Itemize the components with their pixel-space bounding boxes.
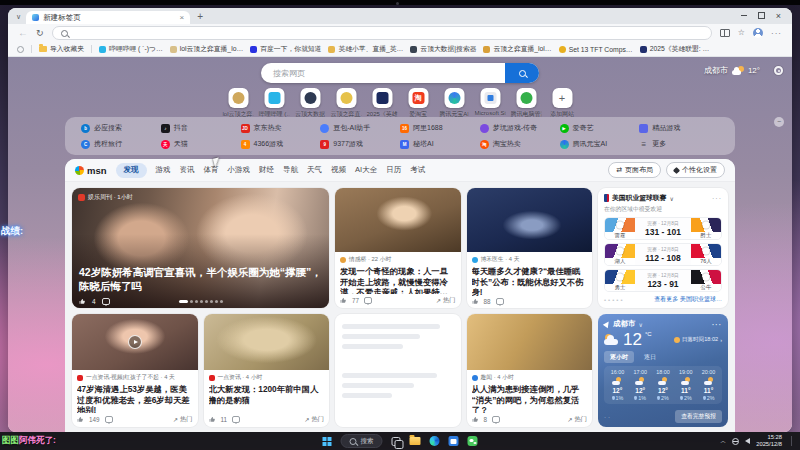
- news-card[interactable]: 趣闻 · 4 小时 从人满为患到接连倒闭，几乎“消失”的网吧，为何忽然复活了？ …: [467, 314, 593, 427]
- thumbs-up-icon[interactable]: [340, 297, 347, 304]
- news-card-hero[interactable]: 娱乐周刊 · 1小时 42岁陈妍希高调官宣喜讯，半个娱乐圈为她“撑腰”，陈晓后悔…: [72, 188, 329, 308]
- volume-icon[interactable]: [745, 438, 750, 444]
- news-card[interactable]: 情感桥 · 22 小时 发现一个奇怪的现象：人一旦开始走上坡路，就慢慢变得冷漠，…: [335, 188, 461, 308]
- comment-icon[interactable]: [364, 297, 372, 304]
- site-link[interactable]: 99377游戏: [320, 139, 400, 149]
- site-link[interactable]: 16阿里1688: [400, 123, 480, 133]
- site-link[interactable]: C携程旅行: [81, 139, 161, 149]
- site-link[interactable]: JD京东热卖: [241, 123, 321, 133]
- chevron-down-icon[interactable]: ∨: [669, 195, 673, 202]
- bookmark-item[interactable]: 2025《英雄联盟: …: [640, 44, 710, 54]
- quick-link[interactable]: 淘爱淘宝: [403, 88, 434, 119]
- carousel-dots[interactable]: [179, 300, 223, 303]
- news-card-video[interactable]: 一点资讯-视频|红孩子了不起 · 4 天 47岁海清遇上53岁吴越，医美过度和优…: [72, 314, 198, 427]
- bookmark-item[interactable]: Set 13 TFT Comps…: [559, 46, 633, 53]
- tab-new-tab-page[interactable]: 新建标签页 ×: [26, 11, 190, 24]
- quick-link[interactable]: 哔哩哔哩 (…: [259, 88, 290, 119]
- back-icon[interactable]: ←: [18, 28, 28, 38]
- page-settings-gear-icon[interactable]: [774, 66, 783, 75]
- msn-tab-calendar[interactable]: 日历: [386, 165, 401, 175]
- bookmark-item[interactable]: 百度一下，你就知道: [250, 44, 321, 54]
- comment-icon[interactable]: [105, 416, 113, 423]
- quick-link[interactable]: lol云顶之弈…: [223, 88, 254, 119]
- bookmark-item[interactable]: 哔哩哔哩 ( ´-)つ…: [99, 44, 163, 54]
- msn-tab-news[interactable]: 资讯: [180, 165, 195, 175]
- wechat-icon[interactable]: [468, 436, 478, 446]
- bookmark-item[interactable]: 云顶之弈直播_lol…: [483, 44, 551, 54]
- nba-game-row[interactable]: 勇士 完赛 · 12月8日123 - 91 公牛: [604, 269, 722, 292]
- tab-close-icon[interactable]: ×: [179, 14, 184, 22]
- pagination-dots[interactable]: •••••: [604, 297, 625, 303]
- quick-link[interactable]: 腾讯元宝AI: [439, 88, 470, 119]
- collapse-grid-icon[interactable]: −: [774, 117, 784, 127]
- nba-game-row[interactable]: 湖人 完赛 · 12月8日112 - 108 76人: [604, 243, 722, 266]
- maximize-icon[interactable]: [758, 12, 765, 19]
- quick-link[interactable]: 腾讯电脑管家: [511, 88, 542, 119]
- chevron-down-icon[interactable]: ∨: [639, 321, 643, 328]
- collections-icon[interactable]: [17, 46, 24, 53]
- site-link[interactable]: 梦玩游戏-传奇: [480, 123, 560, 133]
- quick-link[interactable]: 云顶之弈直…: [331, 88, 362, 119]
- search-submit-button[interactable]: [505, 63, 539, 83]
- personalize-button[interactable]: 个性化设置: [666, 162, 725, 178]
- more-options-icon[interactable]: ···: [712, 321, 722, 328]
- show-desktop-button[interactable]: [791, 436, 793, 446]
- tray-chevron-icon[interactable]: ︿: [720, 437, 726, 446]
- comment-icon[interactable]: [232, 416, 240, 423]
- add-site-button[interactable]: +添加网站: [547, 88, 578, 119]
- task-view-icon[interactable]: [392, 437, 401, 446]
- msn-tab-weather[interactable]: 天气: [307, 165, 322, 175]
- thumbs-up-icon[interactable]: [472, 298, 479, 305]
- site-link[interactable]: M秘塔AI: [400, 139, 480, 149]
- bookmark-item[interactable]: 云顶大数据|搜索器: [410, 44, 476, 54]
- news-card[interactable]: 博禾医生 · 4 天 每天睡多久才健康?“最佳睡眠时长”公布：既能休息好又不伤身…: [467, 188, 593, 308]
- full-forecast-button[interactable]: 查看完整预报: [675, 410, 722, 423]
- address-bar[interactable]: [52, 26, 712, 40]
- msn-tab-video[interactable]: 视频: [331, 165, 346, 175]
- bookmark-item[interactable]: lol云顶之弈直播_lo…: [170, 44, 243, 54]
- comment-icon[interactable]: [492, 416, 500, 423]
- page-layout-button[interactable]: ⇄页面布局: [608, 162, 661, 178]
- thumbs-up-icon[interactable]: [209, 416, 216, 423]
- comment-icon[interactable]: [496, 298, 504, 305]
- minimize-icon[interactable]: [741, 15, 747, 16]
- profile-avatar[interactable]: [753, 28, 763, 38]
- site-link[interactable]: b必应搜索: [81, 123, 161, 133]
- nba-see-more-link[interactable]: 查看更多 美国职业篮球…: [654, 295, 722, 304]
- nba-game-row[interactable]: 雷霆 完赛 · 12月8日131 - 101 爵士: [604, 217, 722, 240]
- thumbs-up-icon[interactable]: [77, 416, 84, 423]
- more-links[interactable]: ≡更多: [639, 139, 719, 149]
- weather-widget[interactable]: 成都市 ∨ ··· 12 °C 日落时间18:02› 逐小时 逐日: [598, 314, 728, 427]
- new-tab-button[interactable]: +: [197, 12, 203, 22]
- site-link[interactable]: ▶爱奇艺: [560, 123, 640, 133]
- nba-widget[interactable]: 美国职业篮球联赛 ∨ ··· 在你的区域中很受欢迎 雷霆 完赛 · 12月8日1…: [598, 188, 728, 308]
- microsoft-store-icon[interactable]: [449, 436, 459, 446]
- sunset-info[interactable]: 日落时间18:02›: [674, 336, 722, 344]
- msn-tab-finance[interactable]: 财经: [259, 165, 274, 175]
- split-screen-icon[interactable]: [720, 29, 730, 37]
- site-link[interactable]: 腾讯元宝AI: [560, 139, 640, 149]
- msn-tab-exam[interactable]: 考试: [410, 165, 425, 175]
- pagination-dots[interactable]: ··: [604, 414, 612, 420]
- quick-link[interactable]: Microsoft St…: [475, 88, 506, 119]
- play-icon[interactable]: [128, 335, 142, 349]
- page-search-box[interactable]: 搜索网页: [261, 63, 539, 83]
- msn-logo[interactable]: msn: [75, 165, 107, 176]
- close-icon[interactable]: ×: [776, 13, 781, 19]
- site-link[interactable]: 淘淘宝热卖: [480, 139, 560, 149]
- more-options-icon[interactable]: ···: [712, 195, 722, 202]
- refresh-icon[interactable]: ↻: [36, 29, 44, 38]
- bookmark-import[interactable]: 导入收藏夹: [39, 44, 84, 54]
- file-explorer-icon[interactable]: [410, 437, 421, 445]
- tab-daily[interactable]: 逐日: [638, 351, 662, 363]
- site-link[interactable]: 豆包-AI助手: [320, 123, 400, 133]
- favorites-star-icon[interactable]: ☆: [738, 29, 745, 37]
- thumbs-up-icon[interactable]: [472, 416, 479, 423]
- network-icon[interactable]: [732, 438, 739, 445]
- msn-tab-minigames[interactable]: 小游戏: [228, 165, 251, 175]
- tab-search-icon[interactable]: ∨: [16, 13, 21, 21]
- msn-tab-games[interactable]: 游戏: [156, 165, 171, 175]
- windows-start-button[interactable]: [323, 437, 332, 446]
- clock[interactable]: 15:28 2025/12/8: [756, 434, 782, 448]
- browser-menu-icon[interactable]: ···: [771, 29, 782, 38]
